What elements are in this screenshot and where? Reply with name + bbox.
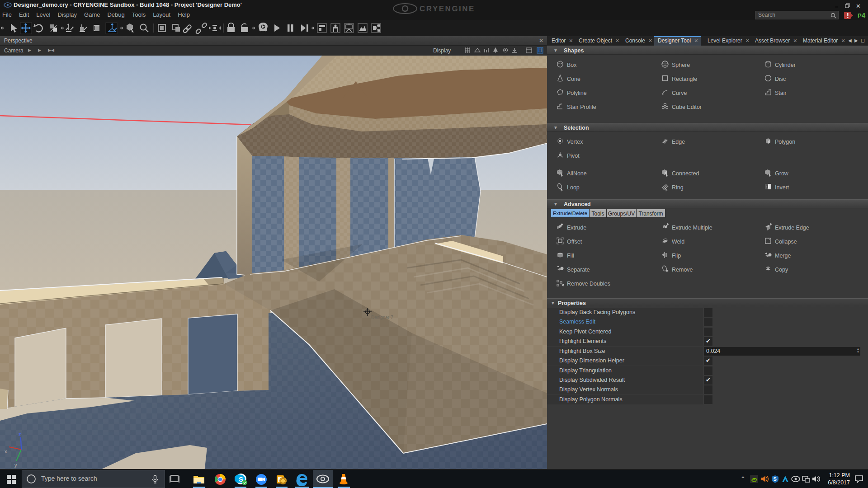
svg-text:H: H [538, 48, 542, 53]
svg-text:CRYENGINE: CRYENGINE [420, 5, 475, 13]
svg-text:z: z [19, 432, 21, 437]
svg-text:y: y [14, 462, 17, 468]
svg-text:x: x [5, 449, 7, 454]
svg-text:S: S [774, 476, 777, 482]
svg-text:Designer-7: Designer-7 [371, 315, 393, 320]
